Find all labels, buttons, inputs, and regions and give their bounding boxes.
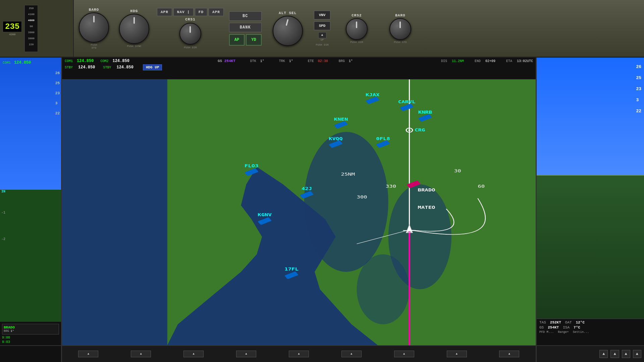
svg-point-10 bbox=[357, 254, 410, 324]
in-label: IN bbox=[1, 190, 5, 193]
com2-freq: 124.850 bbox=[112, 59, 129, 63]
right-btn-2[interactable]: ▲ bbox=[610, 350, 619, 358]
svg-text:KNRB: KNRB bbox=[418, 110, 432, 114]
brg-label-left: BRG bbox=[4, 329, 9, 333]
svg-text:CRG: CRG bbox=[415, 128, 425, 132]
dtk-label: DTK bbox=[250, 59, 256, 63]
alt-sel-section: ALT SEL bbox=[264, 8, 311, 49]
push-dir3-label: PUSH DIR bbox=[350, 41, 363, 44]
right-ground bbox=[537, 175, 644, 318]
far-left-display: COM1 124.850 26 25 23 3 22 IN -1 -2 bbox=[0, 58, 61, 322]
push-sync-label: PUSH SYNC bbox=[127, 45, 141, 48]
stby-label: STBY bbox=[65, 66, 73, 69]
crs1-label: CRS1 bbox=[185, 17, 195, 21]
right-mfd-display: 26 25 23 3 22 bbox=[537, 58, 644, 318]
far-left-panel: COM1 124.850 26 25 23 3 22 IN -1 -2 BRAD… bbox=[0, 58, 62, 362]
crs2-knob[interactable] bbox=[346, 18, 368, 40]
far-left-softkeys bbox=[0, 345, 61, 362]
svg-text:42J: 42J bbox=[302, 186, 312, 191]
dtk-value: 1° bbox=[260, 59, 264, 63]
right-alt-4: 3 bbox=[636, 98, 641, 103]
stby-label2: STBY bbox=[103, 66, 111, 69]
gs-label: GS bbox=[218, 59, 222, 63]
baro2-section: BARO PUSH STD bbox=[380, 11, 420, 46]
baro2-knob[interactable] bbox=[389, 18, 411, 40]
softkey-4[interactable]: ▲ bbox=[236, 351, 256, 357]
end-label: END bbox=[475, 59, 481, 63]
softkey-6[interactable]: ▲ bbox=[341, 351, 362, 357]
apr-button[interactable]: APR bbox=[157, 8, 172, 16]
tas-value: 252KT bbox=[550, 320, 561, 324]
yd-button[interactable]: YD bbox=[246, 34, 261, 46]
svg-text:30: 30 bbox=[454, 169, 461, 173]
svg-text:0FL8: 0FL8 bbox=[376, 136, 390, 141]
pfd-label: PFD M... bbox=[539, 330, 554, 334]
ap-button[interactable]: AP bbox=[229, 34, 245, 46]
softkey-3[interactable]: ▲ bbox=[183, 351, 204, 357]
baro-knob[interactable] bbox=[79, 12, 109, 43]
isa-value: 7°C bbox=[574, 325, 580, 329]
hdg-knob[interactable] bbox=[119, 14, 149, 44]
svg-text:KVQQ: KVQQ bbox=[329, 136, 343, 141]
softkey-1[interactable]: ▲ bbox=[78, 351, 98, 357]
bc-button[interactable]: BC bbox=[229, 11, 262, 21]
up-arrow[interactable]: ▲ bbox=[318, 32, 326, 38]
center-mfd: COM1 124.850 COM2 124.850 GS 254KT DTK 1… bbox=[62, 58, 537, 362]
svg-text:25NM: 25NM bbox=[341, 172, 355, 176]
crs2-label: CRS2 bbox=[352, 13, 362, 17]
softkey-8[interactable]: ▲ bbox=[447, 351, 467, 357]
settings-label: Settin... bbox=[573, 330, 589, 334]
time1: 9:00 bbox=[2, 336, 59, 340]
softkey-5[interactable]: ▲ bbox=[289, 351, 309, 357]
com2-label: COM2 bbox=[100, 59, 108, 63]
right-btn-3[interactable]: ▲ bbox=[622, 350, 630, 358]
svg-text:300: 300 bbox=[357, 195, 367, 199]
right-btn-1[interactable]: ▲ bbox=[599, 350, 608, 358]
brg-value-left: 1° bbox=[10, 329, 14, 333]
svg-text:CARVL: CARVL bbox=[398, 100, 416, 104]
brg-value: 1° bbox=[349, 59, 353, 63]
nav-button[interactable]: NAV | bbox=[173, 8, 194, 16]
ete-label: ETE bbox=[308, 59, 314, 63]
com1-freq: 124.850 bbox=[77, 59, 94, 63]
hdg-knob-section: HDG PUSH SYNC bbox=[114, 6, 154, 50]
svg-text:17FL: 17FL bbox=[284, 267, 299, 271]
svg-text:KNEN: KNEN bbox=[334, 117, 348, 121]
vnv-button[interactable]: VNV bbox=[314, 11, 331, 19]
right-sky bbox=[537, 58, 644, 175]
navigation-map[interactable]: KJAX CARVL KNRB KNEN bbox=[62, 79, 536, 345]
stby1-freq: 124.850 bbox=[78, 65, 95, 70]
stby2-freq: 124.850 bbox=[116, 65, 133, 70]
ete-value: 02:38 bbox=[318, 59, 328, 63]
softkey-9[interactable]: ▲ bbox=[499, 351, 519, 357]
push-dir-label: PUSH DIR bbox=[184, 46, 197, 49]
crs1-knob[interactable] bbox=[179, 23, 201, 45]
mfd-header: COM1 124.850 COM2 124.850 GS 254KT DTK 1… bbox=[62, 58, 536, 79]
nav-val-5: 22 bbox=[55, 111, 60, 115]
spd-button[interactable]: SPD bbox=[314, 21, 331, 30]
baro-knob-section: BARO PUSHSTD bbox=[74, 5, 114, 52]
brg-label: BRG bbox=[339, 59, 345, 63]
oat-label: OAT bbox=[565, 320, 572, 324]
nav-val-2: 25 bbox=[55, 81, 60, 85]
fd-button[interactable]: FD bbox=[195, 8, 207, 16]
svg-text:KJAX: KJAX bbox=[366, 93, 380, 97]
softkey-7[interactable]: ▲ bbox=[394, 351, 414, 357]
hdg-label: HDG bbox=[130, 9, 138, 13]
bank-button[interactable]: BANK bbox=[229, 23, 262, 32]
hdg-up-badge: HDG UP bbox=[143, 64, 162, 70]
right-alt-3: 23 bbox=[636, 86, 641, 92]
right-btn-4[interactable]: ▲ bbox=[633, 350, 641, 358]
main-area: COM1 124.850 26 25 23 3 22 IN -1 -2 BRAD… bbox=[0, 58, 644, 362]
gs-value-right: 254KT bbox=[548, 325, 559, 329]
svg-text:60: 60 bbox=[478, 184, 485, 188]
right-alt-5: 22 bbox=[636, 109, 641, 114]
nav-val-1: 26 bbox=[55, 71, 60, 75]
nav-minus1: -1 bbox=[1, 211, 5, 215]
alt-sel-knob[interactable] bbox=[273, 16, 303, 46]
svg-text:330: 330 bbox=[386, 184, 396, 188]
softkey-2[interactable]: ▲ bbox=[131, 351, 151, 357]
right-alt-2: 25 bbox=[636, 75, 641, 80]
apr2-button[interactable]: APR bbox=[209, 8, 224, 16]
altitude-tape: 250 4100 4000 90 3900 3800 220 bbox=[24, 5, 38, 52]
